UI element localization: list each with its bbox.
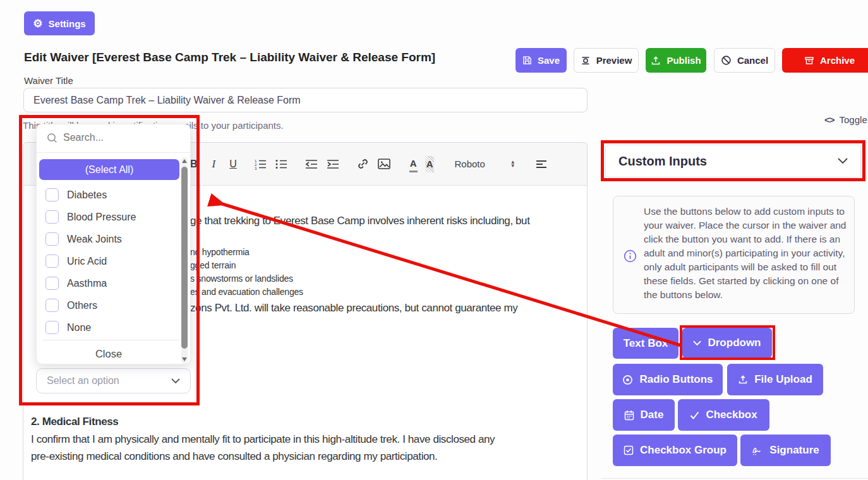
archive-label: Archive: [820, 55, 855, 66]
editor-text-line: es and evacuation challenges: [190, 287, 303, 297]
italic-icon[interactable]: I: [212, 157, 216, 172]
dropdown-search-input[interactable]: [62, 128, 169, 147]
toggle-label: Toggle: [840, 114, 867, 125]
radio-buttons-button[interactable]: Radio Buttons: [613, 364, 723, 395]
checkbox-icon[interactable]: [45, 299, 59, 312]
file-upload-label: File Upload: [754, 373, 812, 386]
save-button[interactable]: Save: [515, 48, 567, 73]
indent-icon[interactable]: [327, 157, 339, 172]
search-icon: [47, 133, 58, 144]
archive-button[interactable]: Archive: [782, 48, 868, 73]
dropdown-option[interactable]: Diabetes: [37, 184, 181, 206]
checkbox-icon[interactable]: [45, 232, 59, 246]
settings-button[interactable]: ⚙ Settings: [24, 11, 95, 35]
divider: [601, 478, 868, 479]
preview-button[interactable]: Preview: [574, 48, 639, 73]
unordered-list-icon[interactable]: [275, 157, 287, 172]
publish-label: Publish: [666, 55, 701, 66]
dropdown-scrollbar[interactable]: [181, 157, 188, 363]
cancel-icon: [721, 55, 732, 66]
dropdown-option[interactable]: Uric Acid: [37, 250, 181, 272]
chevron-down-icon: [171, 378, 180, 384]
editor-text-line: I confirm that I am physically and menta…: [31, 433, 495, 446]
editor-text-line: pre-existing medical conditions and have…: [31, 450, 437, 463]
dropdown-option-label: Uric Acid: [67, 256, 107, 267]
calendar-icon: [624, 410, 634, 421]
bold-icon[interactable]: B: [190, 157, 198, 172]
checkbox-group-button[interactable]: Checkbox Group: [613, 435, 737, 466]
preview-label: Preview: [596, 55, 632, 66]
scrollbar-thumb[interactable]: [181, 167, 188, 349]
cancel-button[interactable]: Cancel: [714, 48, 775, 73]
text-color-icon[interactable]: A: [409, 155, 418, 172]
scroll-up-icon[interactable]: [182, 159, 187, 163]
waiver-title-label: Waiver Title: [24, 75, 73, 86]
checkbox-icon[interactable]: [45, 188, 59, 201]
divider: [43, 340, 181, 340]
toggle-editor-link[interactable]: <> Toggle: [824, 114, 867, 125]
publish-button[interactable]: Publish: [646, 48, 706, 73]
underline-icon[interactable]: U: [229, 157, 237, 172]
checkbox-icon[interactable]: [45, 210, 59, 224]
dropdown-button[interactable]: Dropdown: [682, 328, 772, 358]
dropdown-option-select-all[interactable]: (Select All): [39, 159, 179, 180]
waiver-editor-page: ⚙ Settings Edit Waiver [Everest Base Cam…: [0, 0, 868, 480]
custom-inputs-info-text: Use the buttons below to add custom inpu…: [644, 205, 847, 302]
checkbox-icon[interactable]: [45, 321, 59, 334]
font-family-select[interactable]: Roboto: [454, 157, 485, 172]
checkbox-group-label: Checkbox Group: [640, 444, 726, 457]
radio-icon: [622, 375, 633, 385]
text-box-label: Text Box: [624, 337, 668, 350]
checkbox-icon[interactable]: [45, 255, 59, 268]
code-toggle-icon: <>: [824, 114, 835, 125]
waiver-title-input[interactable]: [23, 88, 588, 112]
info-icon: [624, 249, 637, 263]
custom-inputs-title: Custom Inputs: [618, 154, 707, 169]
save-label: Save: [538, 55, 560, 66]
editor-section-heading: 2. Medical Fitness: [31, 416, 118, 428]
checkbox-icon[interactable]: [45, 277, 59, 290]
signature-button[interactable]: Signature: [740, 435, 831, 466]
dropdown-option[interactable]: None: [37, 316, 181, 339]
checkbox-group-icon: [624, 445, 634, 455]
save-icon: [522, 56, 532, 65]
archive-icon: [804, 56, 814, 66]
cancel-label: Cancel: [737, 55, 768, 66]
date-button[interactable]: Date: [613, 399, 675, 431]
signature-icon: [752, 445, 763, 455]
settings-label: Settings: [49, 18, 86, 29]
radio-buttons-label: Radio Buttons: [639, 373, 713, 386]
upload-icon: [738, 375, 748, 385]
ordered-list-icon[interactable]: 123: [255, 157, 267, 172]
dropdown-option[interactable]: Weak Joints: [37, 228, 181, 250]
file-upload-button[interactable]: File Upload: [727, 364, 823, 395]
dropdown-close-button[interactable]: Close: [37, 344, 181, 363]
custom-inputs-info-box: Use the buttons below to add custom inpu…: [613, 196, 855, 314]
highlight-color-icon[interactable]: A: [425, 156, 435, 172]
link-icon[interactable]: [357, 157, 369, 172]
signature-label: Signature: [769, 444, 819, 457]
text-box-button[interactable]: Text Box: [613, 328, 678, 359]
gear-icon: ⚙: [33, 18, 42, 29]
dropdown-option[interactable]: Others: [37, 294, 181, 316]
dropdown-option-label: Diabetes: [67, 189, 107, 201]
custom-inputs-header[interactable]: Custom Inputs: [605, 145, 861, 177]
date-label: Date: [641, 409, 664, 421]
editor-text-line: ge that trekking to Everest Base Camp in…: [190, 215, 530, 227]
select-placeholder: Select an option: [47, 375, 119, 387]
checkbox-button[interactable]: Checkbox: [678, 399, 769, 431]
outdent-icon[interactable]: [305, 157, 318, 172]
page-title: Edit Waiver [Everest Base Camp Trek – Li…: [24, 51, 435, 64]
dropdown-search-row: [37, 124, 190, 153]
dropdown-option-label: Blood Pressure: [67, 212, 136, 223]
editor-text-line: nd hypothermia: [190, 247, 250, 257]
dropdown-option-label: Weak Joints: [67, 234, 122, 245]
dropdown-option[interactable]: Aasthma: [37, 272, 181, 294]
image-icon[interactable]: [378, 157, 390, 172]
preview-icon: [581, 56, 591, 66]
font-size-stepper-icon[interactable]: ▲▼: [510, 157, 515, 172]
dropdown-select-field[interactable]: Select an option: [36, 368, 191, 393]
align-icon[interactable]: [536, 157, 547, 172]
dropdown-option[interactable]: Blood Pressure: [37, 206, 181, 228]
scroll-down-icon[interactable]: [182, 357, 187, 361]
